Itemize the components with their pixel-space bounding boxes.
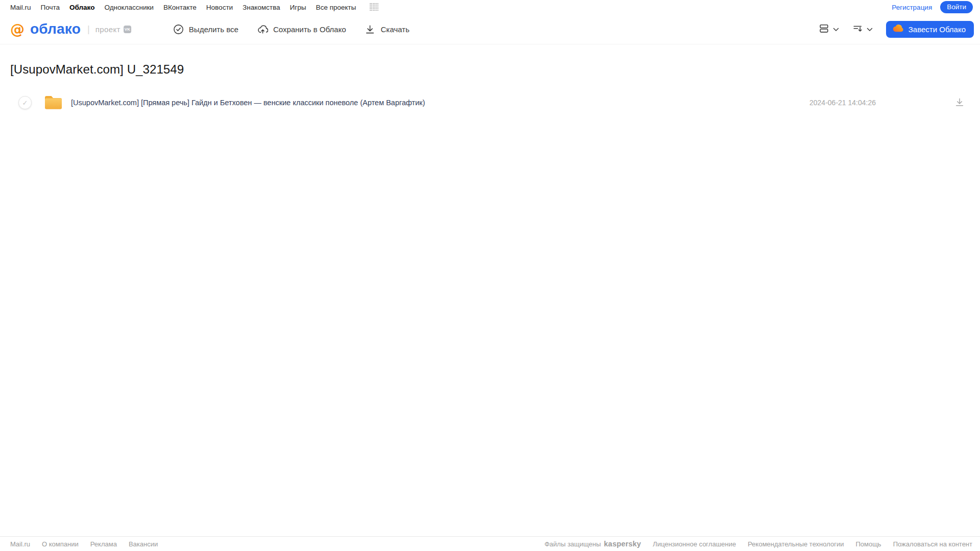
row-download-button[interactable] — [953, 96, 966, 110]
folder-icon — [44, 95, 63, 110]
check-circle-icon — [173, 24, 184, 35]
portal-links: Mail.ru Почта Облако Одноклассники ВКонт… — [10, 3, 378, 12]
footer-jobs-link[interactable]: Вакансии — [129, 540, 158, 548]
footer-mailru-link[interactable]: Mail.ru — [10, 540, 30, 548]
select-all-button[interactable]: Выделить все — [173, 24, 238, 35]
project-label: проект — [95, 25, 121, 34]
header-right-controls: Завести Облако — [817, 21, 974, 38]
view-mode-icon — [819, 23, 829, 35]
apps-grid-icon[interactable] — [370, 3, 378, 12]
cloud-header: @ облако | проект VK Выделить все Сохран… — [0, 14, 980, 44]
nav-znakomstva[interactable]: Знакомства — [243, 4, 280, 11]
sort-icon — [852, 23, 863, 35]
kaspersky-logo[interactable]: kaspersky — [604, 540, 641, 548]
svg-text:@: @ — [10, 21, 25, 38]
page-title: [UsupovMarket.com] U_321549 — [10, 62, 980, 77]
save-to-cloud-button[interactable]: Сохранить в Облако — [257, 24, 346, 35]
cloud-upload-icon — [257, 24, 268, 35]
project-vk: проект VK — [95, 25, 131, 34]
file-date: 2024-06-21 14:04:26 — [809, 99, 876, 107]
file-toolbar: Выделить все Сохранить в Облако Скачать — [173, 24, 410, 35]
nav-vkontakte[interactable]: ВКонтакте — [163, 4, 197, 11]
login-button[interactable]: Войти — [940, 1, 973, 13]
nav-mailru[interactable]: Mail.ru — [10, 4, 31, 11]
footer-left-links: Mail.ru О компании Реклама Вакансии — [10, 540, 158, 548]
portal-auth: Регистрация Войти — [892, 1, 973, 13]
get-cloud-label: Завести Облако — [909, 25, 966, 34]
cloud-logo-icon — [893, 25, 903, 34]
cloud-logo[interactable]: @ облако — [8, 20, 81, 38]
download-label: Скачать — [380, 25, 409, 34]
footer-about-link[interactable]: О компании — [42, 540, 79, 548]
footer-help-link[interactable]: Помощь — [855, 540, 881, 548]
chevron-down-icon — [867, 26, 873, 33]
nav-all-projects[interactable]: Все проекты — [316, 4, 356, 11]
vk-badge-icon: VK — [124, 26, 131, 33]
save-to-cloud-label: Сохранить в Облако — [273, 25, 346, 34]
share-content: [UsupovMarket.com] U_321549 ✓ [UsupovMar… — [0, 44, 980, 114]
sort-button[interactable] — [850, 21, 875, 37]
file-row[interactable]: ✓ [UsupovMarket.com] [Прямая речь] Гайдн… — [0, 91, 980, 114]
page-footer: Mail.ru О компании Реклама Вакансии Файл… — [0, 536, 980, 551]
footer-license-link[interactable]: Лицензионное соглашение — [653, 540, 736, 548]
chevron-down-icon — [833, 26, 839, 33]
logo-wordmark: облако — [30, 21, 81, 37]
nav-odnoklassniki[interactable]: Одноклассники — [104, 4, 153, 11]
get-cloud-button[interactable]: Завести Облако — [886, 21, 974, 38]
download-button[interactable]: Скачать — [365, 24, 409, 35]
footer-report-link[interactable]: Пожаловаться на контент — [893, 540, 972, 548]
view-mode-button[interactable] — [817, 21, 841, 37]
footer-ads-link[interactable]: Реклама — [90, 540, 117, 548]
logo-divider: | — [87, 24, 90, 35]
at-logo-icon: @ — [8, 20, 27, 38]
row-checkbox[interactable]: ✓ — [18, 96, 32, 109]
file-name-link[interactable]: [UsupovMarket.com] [Прямая речь] Гайдн и… — [71, 99, 425, 107]
nav-oblako[interactable]: Облако — [69, 4, 94, 11]
protected-label: Файлы защищены — [544, 540, 601, 548]
nav-igry[interactable]: Игры — [290, 4, 306, 11]
download-icon — [954, 97, 965, 109]
footer-recommendation-tech-link[interactable]: Рекомендательные технологии — [748, 540, 844, 548]
download-icon — [365, 24, 375, 35]
portal-navbar: Mail.ru Почта Облако Одноклассники ВКонт… — [0, 0, 980, 14]
select-all-label: Выделить все — [189, 25, 238, 34]
checkmark-icon: ✓ — [22, 100, 28, 106]
nav-novosti[interactable]: Новости — [206, 4, 233, 11]
footer-right-links: Файлы защищены kaspersky Лицензионное со… — [544, 540, 972, 548]
kaspersky-protection: Файлы защищены kaspersky — [544, 540, 641, 548]
register-link[interactable]: Регистрация — [892, 4, 932, 11]
nav-pochta[interactable]: Почта — [41, 4, 60, 11]
